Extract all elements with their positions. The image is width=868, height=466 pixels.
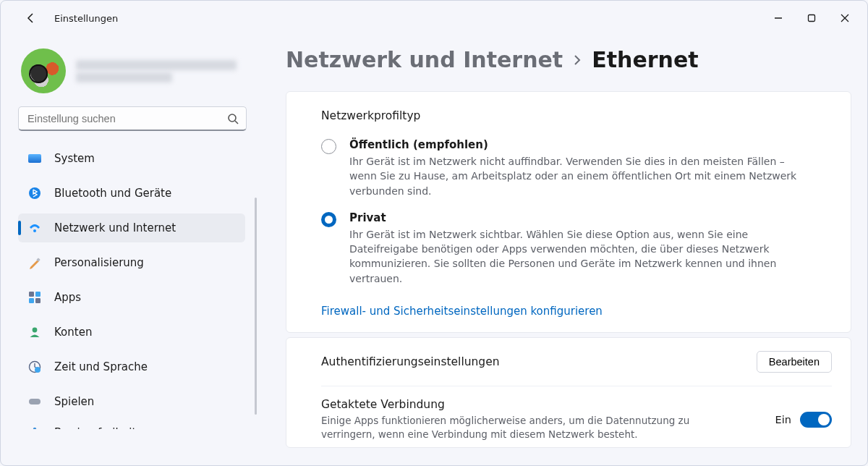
metered-row: Getaktete Verbindung Einige Apps funktio… xyxy=(321,386,832,447)
sidebar-item-system[interactable]: System xyxy=(18,144,245,173)
radio-label: Privat xyxy=(349,211,809,224)
personalization-icon xyxy=(28,256,41,269)
user-name-redacted xyxy=(76,58,251,85)
apps-icon xyxy=(28,291,41,304)
sidebar-item-label: Zeit und Sprache xyxy=(54,360,148,373)
gaming-icon xyxy=(28,395,41,408)
radio-public[interactable]: Öffentlich (empfohlen) Ihr Gerät ist im … xyxy=(321,138,830,198)
main-content: Netzwerk und Internet Ethernet Netzwerkp… xyxy=(257,35,867,466)
search-field[interactable] xyxy=(27,113,227,124)
svg-rect-0 xyxy=(809,15,815,22)
sidebar-item-apps[interactable]: Apps xyxy=(18,283,245,312)
metered-title: Getaktete Verbindung xyxy=(321,398,697,411)
svg-point-3 xyxy=(33,229,36,232)
close-button[interactable] xyxy=(828,7,861,30)
back-button[interactable] xyxy=(20,7,43,30)
auth-label: Authentifizierungseinstellungen xyxy=(321,355,500,368)
system-icon xyxy=(28,152,41,165)
svg-rect-7 xyxy=(29,298,34,303)
sidebar-item-label: System xyxy=(54,152,95,165)
avatar xyxy=(21,48,66,93)
app-title: Einstellungen xyxy=(54,13,118,24)
bluetooth-icon xyxy=(28,187,41,200)
minimize-button[interactable] xyxy=(762,7,795,30)
card-title: Netzwerkprofiltyp xyxy=(321,109,830,122)
radio-description: Ihr Gerät ist im Netzwerk sichtbar. Wähl… xyxy=(349,227,809,286)
metered-description: Einige Apps funktionieren möglicherweise… xyxy=(321,414,697,441)
radio-private[interactable]: Privat Ihr Gerät ist im Netzwerk sichtba… xyxy=(321,211,830,286)
time-language-icon xyxy=(28,360,41,373)
sidebar-item-accounts[interactable]: Konten xyxy=(18,318,245,347)
sidebar-item-network[interactable]: Netzwerk und Internet xyxy=(18,213,245,242)
accessibility-icon xyxy=(28,426,41,429)
window-controls xyxy=(762,7,861,30)
sidebar-item-label: Spielen xyxy=(54,395,94,408)
user-profile[interactable] xyxy=(21,48,251,93)
search-icon xyxy=(227,113,239,124)
radio-label: Öffentlich (empfohlen) xyxy=(349,138,809,151)
sidebar-item-label: Barrierefreiheit xyxy=(54,426,136,429)
network-profile-card: Netzwerkprofiltyp Öffentlich (empfohlen)… xyxy=(286,91,851,333)
sidebar-item-label: Bluetooth und Geräte xyxy=(54,187,171,200)
sidebar-item-label: Apps xyxy=(54,291,81,304)
accounts-icon xyxy=(28,326,41,339)
svg-point-13 xyxy=(33,428,36,429)
sidebar-item-gaming[interactable]: Spielen xyxy=(18,387,245,416)
radio-description: Ihr Gerät ist im Netzwerk nicht auffindb… xyxy=(349,154,809,198)
sidebar: System Bluetooth und Geräte Netzwerk und… xyxy=(1,35,257,466)
sidebar-scrollbar[interactable] xyxy=(255,198,257,415)
breadcrumb: Netzwerk und Internet Ethernet xyxy=(286,47,867,72)
radio-checked-icon xyxy=(321,212,336,227)
firewall-link[interactable]: Firewall- und Sicherheitseinstellungen k… xyxy=(321,305,603,318)
svg-rect-5 xyxy=(29,292,34,297)
breadcrumb-parent[interactable]: Netzwerk und Internet xyxy=(286,47,563,72)
titlebar: Einstellungen xyxy=(1,1,867,35)
toggle-state-label: Ein xyxy=(775,414,791,425)
network-icon xyxy=(28,221,41,234)
sidebar-item-time-language[interactable]: Zeit und Sprache xyxy=(18,352,245,381)
svg-point-1 xyxy=(229,114,236,122)
sidebar-item-label: Netzwerk und Internet xyxy=(54,221,176,234)
auth-metered-card: Authentifizierungseinstellungen Bearbeit… xyxy=(286,337,851,448)
search-input[interactable] xyxy=(18,106,247,131)
svg-rect-12 xyxy=(29,399,41,404)
svg-point-9 xyxy=(33,328,38,333)
svg-point-11 xyxy=(35,367,41,373)
sidebar-item-label: Konten xyxy=(54,326,92,339)
sidebar-item-accessibility[interactable]: Barrierefreiheit xyxy=(18,422,245,429)
chevron-right-icon xyxy=(573,51,582,69)
sidebar-item-label: Personalisierung xyxy=(54,256,144,269)
breadcrumb-current: Ethernet xyxy=(592,47,698,72)
maximize-button[interactable] xyxy=(795,7,828,30)
nav-list: System Bluetooth und Geräte Netzwerk und… xyxy=(18,141,251,429)
svg-rect-6 xyxy=(35,292,41,297)
radio-unchecked-icon xyxy=(321,139,336,154)
metered-toggle[interactable] xyxy=(800,412,832,428)
sidebar-item-personalization[interactable]: Personalisierung xyxy=(18,248,245,277)
auth-row: Authentifizierungseinstellungen Bearbeit… xyxy=(321,351,832,386)
sidebar-item-bluetooth[interactable]: Bluetooth und Geräte xyxy=(18,179,245,208)
svg-rect-8 xyxy=(35,298,41,303)
edit-button[interactable]: Bearbeiten xyxy=(757,351,832,373)
